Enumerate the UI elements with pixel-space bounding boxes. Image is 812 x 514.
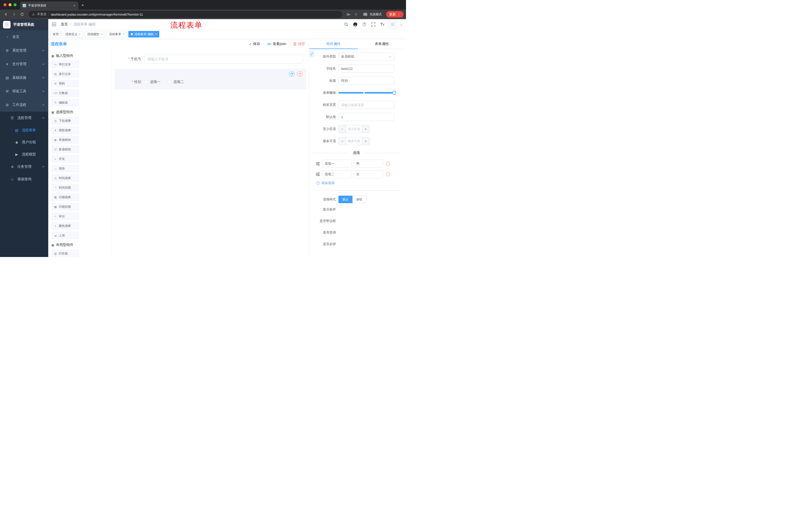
security-label[interactable]: 不安全 <box>37 12 47 17</box>
palette-item-password[interactable]: ⊛密码 <box>51 80 79 87</box>
increase-button[interactable]: + <box>362 125 369 133</box>
palette-item-row-container[interactable]: ▥行容器 <box>51 250 79 257</box>
option1-label-input[interactable] <box>322 160 351 168</box>
sidebar-item-system[interactable]: ⚙ 系统管理 <box>0 44 48 57</box>
sidebar-item-task-mgmt[interactable]: ⋔ 任务管理 <box>0 160 48 173</box>
phone-input[interactable] <box>144 55 303 64</box>
style-button-button[interactable]: 按钮 <box>352 196 366 203</box>
palette-item-single-text[interactable]: ▭单行文本 <box>51 61 79 68</box>
delete-widget-button[interactable] <box>297 71 302 77</box>
font-size-icon[interactable] <box>379 21 385 27</box>
back-button[interactable] <box>2 11 9 18</box>
drag-handle-icon[interactable] <box>316 172 320 176</box>
palette-item-time-picker[interactable]: ◷时间选择 <box>51 174 79 182</box>
remove-option-icon[interactable]: − <box>386 162 390 166</box>
min-checked-value[interactable]: 至少应选 <box>346 125 362 133</box>
decrease-button[interactable]: − <box>339 137 346 145</box>
grid-slider[interactable] <box>339 89 394 97</box>
sidebar-item-process-mgmt[interactable]: ☰ 流程管理 <box>0 112 48 124</box>
label-width-input[interactable] <box>339 101 394 109</box>
reload-button[interactable] <box>19 11 26 18</box>
tab-form-props[interactable]: 表单属性 <box>358 39 406 49</box>
palette-item-slider[interactable]: ↔滑块 <box>51 165 79 172</box>
gender-option2-checkbox[interactable]: 选项二 <box>168 80 184 84</box>
help-icon[interactable]: ? <box>361 21 367 27</box>
browser-tab[interactable]: 芋道管理系统 × <box>20 1 78 9</box>
url-text[interactable]: dashboard.yudao.iocoder.cn/bpm/manager/f… <box>51 12 143 16</box>
save-button[interactable]: ✓ 保存 <box>249 42 260 46</box>
password-key-icon[interactable] <box>345 11 352 18</box>
canvas-field-phone[interactable]: 手机号 <box>115 54 306 64</box>
tag-close-icon[interactable]: × <box>79 32 81 36</box>
palette-item-select[interactable]: ◎下拉选择 <box>51 117 79 125</box>
sidebar-item-workflow[interactable]: ⊞ 工作流程 <box>0 98 48 112</box>
more-menu-icon[interactable]: ⋮ <box>397 12 401 16</box>
tag-close-icon[interactable]: × <box>123 32 124 36</box>
address-bar[interactable]: ⚠ 不安全 dashboard.yudao.iocoder.cn/bpm/man… <box>29 11 342 18</box>
incognito-indicator[interactable]: 无痕模式 <box>360 12 384 17</box>
tag-process-form[interactable]: 流程表单 × <box>107 31 127 37</box>
palette-item-color-picker[interactable]: ◑颜色选择 <box>51 222 79 229</box>
max-checked-value[interactable]: 最多可选 <box>346 137 362 145</box>
style-default-button[interactable]: 默认 <box>339 196 352 203</box>
palette-item-date-picker[interactable]: ▦日期选择 <box>51 193 79 201</box>
tag-process-form-edit[interactable]: 流程表单-编辑 × <box>128 31 159 37</box>
palette-item-cascader[interactable]: ⋔级联选择 <box>51 127 79 134</box>
slider-handle[interactable] <box>392 91 396 95</box>
view-json-button[interactable]: 查看json <box>267 42 286 46</box>
window-zoom-button[interactable] <box>13 3 17 6</box>
avatar-caret-icon[interactable]: ⌄ <box>400 23 403 26</box>
remove-option-icon[interactable]: − <box>386 172 390 176</box>
sidebar-item-home[interactable]: ◔ 首页 <box>0 30 48 44</box>
tag-close-icon[interactable]: × <box>155 32 157 36</box>
canvas-field-gender-selected[interactable]: 性别 选项一 选项二 <box>115 69 306 89</box>
palette-item-radio-group[interactable]: ◉单选框组 <box>51 136 79 143</box>
palette-item-date-range[interactable]: ▩日期范围 <box>51 203 79 211</box>
window-minimize-button[interactable] <box>8 3 11 6</box>
sidebar-item-devtools[interactable]: ⚒ 研发工具 <box>0 84 48 98</box>
palette-item-rate[interactable]: ☆评分 <box>51 213 79 220</box>
option1-value-input[interactable] <box>353 160 383 168</box>
checkbox-box[interactable] <box>168 80 171 84</box>
github-icon[interactable] <box>352 21 358 27</box>
tab-component-props[interactable]: 组件属性 <box>309 39 358 49</box>
avatar[interactable] <box>388 20 397 29</box>
tab-close-icon[interactable]: × <box>73 3 76 7</box>
slider-track[interactable] <box>339 92 394 93</box>
sidebar-item-payment[interactable]: ¥ 支付管理 <box>0 57 48 71</box>
drag-handle-icon[interactable] <box>316 162 320 165</box>
update-button[interactable]: 更新 ⋮ <box>386 11 404 18</box>
link-icon[interactable] <box>309 51 314 57</box>
sidebar-item-leave-query[interactable]: ☺ 请假查询 <box>0 173 48 186</box>
new-tab-button[interactable]: + <box>78 3 87 9</box>
default-value-input[interactable] <box>339 113 394 121</box>
checkbox-box[interactable] <box>144 80 148 84</box>
hamburger-icon[interactable] <box>52 22 58 27</box>
tag-home[interactable]: 首页 <box>50 31 61 37</box>
tag-process-definition[interactable]: 流程定义 × <box>63 31 83 37</box>
sidebar-item-process-form[interactable]: ▤ 流程表单 <box>0 124 48 136</box>
tag-process-model[interactable]: 流程模型 × <box>85 31 105 37</box>
palette-item-counter[interactable]: 123计数器 <box>51 89 79 97</box>
fullscreen-icon[interactable] <box>370 21 376 27</box>
palette-item-upload[interactable]: ☁上传 <box>51 232 79 239</box>
sidebar-item-user-group[interactable]: ☻ 用户分组 <box>0 136 48 148</box>
copy-widget-button[interactable] <box>289 71 294 77</box>
tag-close-icon[interactable]: × <box>101 32 103 36</box>
sidebar-item-infra[interactable]: ▤ 基础设施 <box>0 71 48 84</box>
decrease-button[interactable]: − <box>339 125 346 133</box>
palette-item-editor[interactable]: ✎编辑器 <box>51 99 79 106</box>
component-type-select[interactable]: 多选框组 <box>339 53 394 61</box>
option2-label-input[interactable] <box>322 170 351 178</box>
increase-button[interactable]: + <box>362 137 369 145</box>
bookmark-star-icon[interactable]: ☆ <box>353 11 359 18</box>
clear-button[interactable]: 清空 <box>293 42 305 46</box>
window-close-button[interactable] <box>3 3 6 6</box>
title-input[interactable] <box>339 77 394 85</box>
option2-value-input[interactable] <box>353 170 383 178</box>
gender-option1-checkbox[interactable]: 选项一 <box>144 80 161 84</box>
chrome-caret-icon[interactable]: ⌄ <box>401 15 404 17</box>
breadcrumb-home[interactable]: 首页 <box>61 22 68 27</box>
search-icon[interactable] <box>343 21 349 27</box>
field-name-input[interactable] <box>339 64 394 73</box>
